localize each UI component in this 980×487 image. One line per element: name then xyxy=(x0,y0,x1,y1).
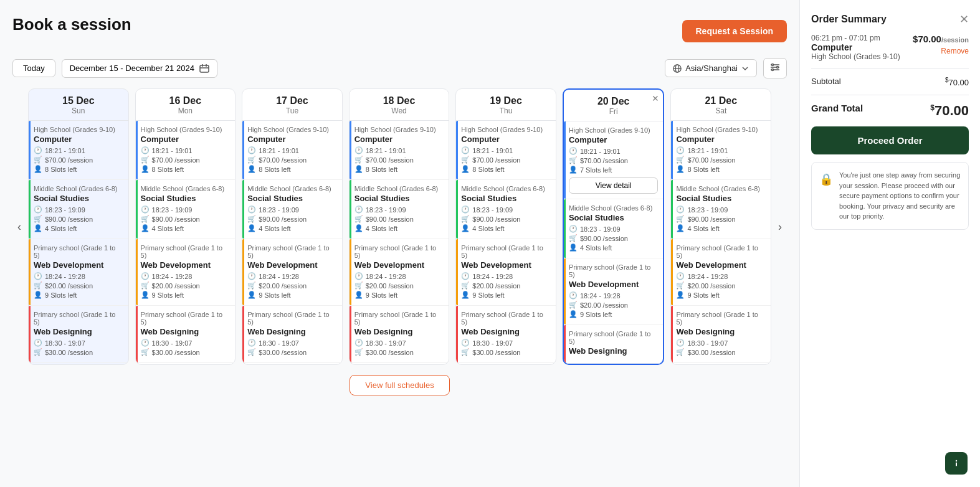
session-card[interactable]: Primary school (Grade 1 to 5) Web Develo… xyxy=(671,239,771,306)
day-date-sun: 15 Dec xyxy=(31,95,126,106)
day-col-sun: 15 Dec Sun High School (Grades 9-10) Com… xyxy=(28,88,129,365)
session-card[interactable]: Primary school (Grade 1 to 5) Web Design… xyxy=(671,306,771,363)
day-header-mon: 16 Dec Mon xyxy=(136,89,235,121)
globe-icon xyxy=(673,64,682,73)
day-name-sun: Sun xyxy=(31,106,126,115)
day-header-fri: 20 Dec Fri ✕ xyxy=(564,90,664,121)
day-header-thu: 19 Dec Thu xyxy=(456,89,556,121)
session-card[interactable]: Middle School (Grades 6-8) Social Studie… xyxy=(671,180,771,239)
date-range-label: December 15 - December 21 2024 xyxy=(70,64,194,73)
order-price-value: $70.00 xyxy=(913,34,941,44)
day-header-sun: 15 Dec Sun xyxy=(29,89,128,121)
order-summary-panel: Order Summary ✕ 06:21 pm - 07:01 pm Comp… xyxy=(799,0,980,487)
subtotal-row: Subtotal $70.00 xyxy=(811,77,969,87)
prev-week-button[interactable]: ‹ xyxy=(12,218,26,236)
day-header-tue: 17 Dec Tue xyxy=(242,89,342,121)
day-header-wed: 18 Dec Wed xyxy=(350,89,449,121)
session-card[interactable]: Middle School (Grades 6-8) Social Studie… xyxy=(136,180,235,239)
session-card[interactable]: High School (Grades 9-10) Computer 🕐 18:… xyxy=(136,121,235,180)
lock-icon: 🔒 xyxy=(819,171,833,188)
filter-icon xyxy=(770,62,780,72)
order-summary-title: Order Summary xyxy=(811,14,887,25)
close-day-button[interactable]: ✕ xyxy=(652,93,659,103)
session-card[interactable]: Primary school (Grade 1 to 5) Web Design… xyxy=(456,306,556,363)
session-card[interactable]: Primary school (Grade 1 to 5) Web Design… xyxy=(564,325,664,364)
session-card[interactable]: High School (Grades 9-10) Computer 🕐 18:… xyxy=(456,121,556,180)
grand-total-row: Grand Total $70.00 xyxy=(811,103,969,119)
security-notice: 🔒 You're just one step away from securin… xyxy=(811,162,969,230)
session-card[interactable]: Primary school (Grade 1 to 5) Web Develo… xyxy=(242,239,342,306)
session-card[interactable]: Middle School (Grades 6-8) Social Studie… xyxy=(29,180,128,239)
session-card[interactable]: High School (Grades 9-10) Computer 🕐 18:… xyxy=(29,121,128,180)
session-card[interactable]: Middle School (Grades 6-8) Social Studie… xyxy=(456,180,556,239)
next-week-button[interactable]: › xyxy=(773,218,787,236)
svg-rect-0 xyxy=(200,65,209,72)
session-card[interactable]: Primary school (Grade 1 to 5) Web Develo… xyxy=(136,239,235,306)
session-card[interactable]: High School (Grades 9-10) Computer 🕐 18:… xyxy=(564,121,664,199)
session-card[interactable]: Middle School (Grades 6-8) Social Studie… xyxy=(564,199,664,258)
day-col-wed: 18 Dec Wed High School (Grades 9-10) Com… xyxy=(349,88,450,365)
timezone-label: Asia/Shanghai xyxy=(685,64,738,73)
session-card[interactable]: Primary school (Grade 1 to 5) Web Develo… xyxy=(29,239,128,306)
session-card[interactable]: Primary school (Grade 1 to 5) Web Develo… xyxy=(350,239,449,306)
timezone-selector[interactable]: Asia/Shanghai xyxy=(665,59,757,77)
day-col-fri: 20 Dec Fri ✕ High School (Grades 9-10) C… xyxy=(563,88,665,365)
svg-point-3 xyxy=(772,64,774,66)
divider xyxy=(811,95,969,95)
order-panel-header: Order Summary ✕ xyxy=(811,12,969,26)
order-per-session: /session xyxy=(941,36,969,44)
session-card[interactable]: High School (Grades 9-10) Computer 🕐 18:… xyxy=(350,121,449,180)
info-fab-button[interactable] xyxy=(945,452,968,475)
toolbar: Today December 15 - December 21 2024 Asi… xyxy=(12,58,787,78)
day-header-sat: 21 Dec Sat xyxy=(671,89,771,121)
day-col-mon: 16 Dec Mon High School (Grades 9-10) Com… xyxy=(135,88,236,365)
subtotal-label: Subtotal xyxy=(811,77,841,87)
request-session-button[interactable]: Request a Session xyxy=(682,20,787,42)
order-grade: High School (Grades 9-10) xyxy=(811,52,900,61)
today-button[interactable]: Today xyxy=(12,59,55,77)
view-detail-button[interactable]: View detail xyxy=(569,177,659,194)
session-card[interactable]: Primary school (Grade 1 to 5) Web Design… xyxy=(242,306,342,363)
page-title: Book a session xyxy=(12,15,131,34)
security-text: You're just one step away from securing … xyxy=(839,170,961,222)
remove-order-item-link[interactable]: Remove xyxy=(913,47,969,55)
close-order-panel-button[interactable]: ✕ xyxy=(959,12,969,26)
calendar-icon xyxy=(199,64,209,73)
calendar-grid: 15 Dec Sun High School (Grades 9-10) Com… xyxy=(26,88,773,365)
day-col-tue: 17 Dec Tue High School (Grades 9-10) Com… xyxy=(242,88,343,365)
session-card[interactable]: Primary school (Grade 1 to 5) Web Design… xyxy=(136,306,235,363)
divider xyxy=(811,69,969,69)
grand-total-amount: $70.00 xyxy=(930,103,969,119)
svg-rect-7 xyxy=(956,463,957,466)
order-item-price: $70.00/session xyxy=(913,34,969,44)
filter-button[interactable] xyxy=(763,58,787,78)
session-card[interactable]: Middle School (Grades 6-8) Social Studie… xyxy=(242,180,342,239)
order-item: 06:21 pm - 07:01 pm Computer High School… xyxy=(811,34,969,61)
calendar-area: ‹ 15 Dec Sun High School (Grades 9-10) C… xyxy=(12,88,787,365)
session-card[interactable]: Middle School (Grades 6-8) Social Studie… xyxy=(350,180,449,239)
day-col-thu: 19 Dec Thu High School (Grades 9-10) Com… xyxy=(455,88,556,365)
session-card[interactable]: High School (Grades 9-10) Computer 🕐 18:… xyxy=(242,121,342,180)
chevron-down-icon xyxy=(741,65,749,72)
session-card[interactable]: High School (Grades 9-10) Computer 🕐 18:… xyxy=(671,121,771,180)
svg-point-4 xyxy=(777,67,779,69)
order-time-range: 06:21 pm - 07:01 pm xyxy=(811,34,900,42)
day-col-sat: 21 Dec Sat High School (Grades 9-10) Com… xyxy=(670,88,771,365)
grand-total-label: Grand Total xyxy=(811,103,863,119)
session-card[interactable]: Primary school (Grade 1 to 5) Web Design… xyxy=(350,306,449,363)
info-icon xyxy=(951,458,961,468)
view-full-wrap: View full schedules xyxy=(12,375,787,395)
session-card[interactable]: Primary school (Grade 1 to 5) Web Develo… xyxy=(456,239,556,306)
order-subject: Computer xyxy=(811,42,900,52)
view-full-schedules-button[interactable]: View full schedules xyxy=(350,375,449,395)
session-card[interactable]: Primary school (Grade 1 to 5) Web Design… xyxy=(29,306,128,363)
session-card[interactable]: Primary school (Grade 1 to 5) Web Develo… xyxy=(564,258,664,325)
date-range-button[interactable]: December 15 - December 21 2024 xyxy=(62,59,217,78)
subtotal-amount: $70.00 xyxy=(945,77,969,87)
svg-point-6 xyxy=(956,460,957,461)
svg-point-5 xyxy=(772,69,774,71)
proceed-order-button[interactable]: Proceed Order xyxy=(811,126,969,154)
